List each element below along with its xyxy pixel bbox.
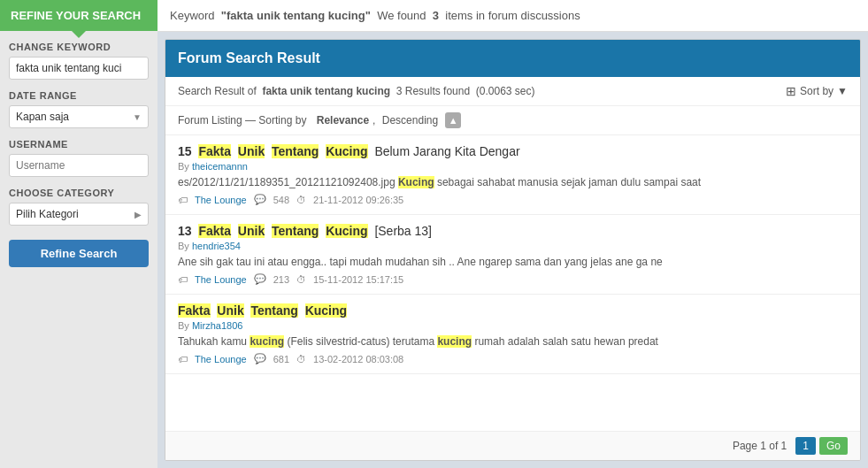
username-label: USERNAME (9, 139, 149, 150)
date-range-label: DATE RANGE (9, 90, 149, 101)
tag-icon-1: 🏷 (178, 195, 188, 205)
sidebar-header-label: REFINE YOUR SEARCH (11, 9, 141, 22)
author-link-2[interactable]: hendrie354 (192, 241, 241, 251)
results-container: Forum Search Result Search Result of fak… (165, 39, 861, 461)
comments-2: 213 (273, 274, 289, 285)
topbar-count: 3 (433, 9, 439, 22)
sort-bar-prefix: Forum Listing — Sorting by (178, 114, 306, 127)
result-by-1: By theicemannn (178, 161, 848, 172)
topbar-keyword: fakta unik tentang kucing (227, 9, 365, 22)
result-number-2: 13 (178, 224, 192, 238)
pagination: Page 1 of 1 1 Go (165, 431, 860, 460)
comment-icon-1: 💬 (254, 194, 266, 205)
result-title-3: Fakta Unik Tentang Kucing (178, 303, 848, 318)
result-number-1: 15 (178, 144, 192, 158)
result-meta-3: 🏷 The Lounge 💬 681 ⏱ 13-02-2012 08:03:08 (178, 353, 848, 364)
author-link-3[interactable]: Mirzha1806 (192, 320, 242, 331)
results-meta: Search Result of fakta unik tentang kuci… (165, 77, 860, 106)
results-header: Forum Search Result (165, 40, 860, 77)
keyword-input[interactable] (9, 57, 149, 80)
page-1-button[interactable]: 1 (795, 437, 816, 455)
date-range-value: Kapan saja (16, 111, 69, 123)
result-by-3: By Mirzha1806 (178, 320, 848, 331)
sidebar-header: REFINE YOUR SEARCH (0, 0, 157, 31)
category-link-1[interactable]: The Lounge (195, 195, 247, 205)
result-snippet-1: es/2012/11/21/1189351_20121121092408.jpg… (178, 176, 848, 188)
sort-relevance: Relevance (317, 114, 369, 127)
author-link-1[interactable]: theicemannn (192, 161, 248, 172)
date-1: 21-11-2012 09:26:35 (313, 195, 403, 205)
result-item-1: 15 Fakta Unik Tentang Kucing Belum Jaran… (165, 135, 860, 215)
chevron-right-icon: ▶ (134, 210, 142, 219)
comment-icon-2: 💬 (254, 273, 266, 285)
category-link-2[interactable]: The Lounge (195, 274, 247, 285)
results-meta-text: Search Result of fakta unik tentang kuci… (178, 85, 535, 97)
category-label: CHOOSE CATEGORY (9, 188, 149, 198)
date-2: 15-11-2012 15:17:15 (313, 274, 403, 285)
result-by-2: By hendrie354 (178, 241, 848, 251)
sort-icon: ⊞ (786, 84, 796, 98)
topbar-prefix: Keyword (170, 9, 215, 22)
result-snippet-3: Tahukah kamu kucing (Felis silvestrid-ca… (178, 335, 848, 348)
clock-icon-1: ⏱ (296, 195, 306, 205)
result-title-1: 15 Fakta Unik Tentang Kucing Belum Jaran… (178, 144, 848, 158)
clock-icon-3: ⏱ (296, 354, 306, 364)
date-3: 13-02-2012 08:03:08 (313, 354, 403, 364)
date-range-select[interactable]: Kapan saja ▼ (9, 105, 149, 128)
change-keyword-label: CHANGE KEYWORD (9, 42, 149, 52)
comment-icon-3: 💬 (254, 353, 266, 364)
sort-direction: Descending (382, 114, 438, 127)
sidebar-content: CHANGE KEYWORD DATE RANGE Kapan saja ▼ U… (0, 31, 157, 278)
main-content: Keyword "fakta unik tentang kucing" We f… (157, 0, 868, 468)
collapse-button[interactable]: ▲ (445, 112, 461, 128)
category-link-3[interactable]: The Lounge (195, 354, 247, 364)
topbar-suffix2: items in forum discussions (445, 9, 580, 22)
result-item-2: 13 Fakta Unik Tentang Kucing [Serba 13] … (165, 215, 860, 295)
topbar-suffix: We found (377, 9, 426, 22)
tag-icon-3: 🏷 (178, 354, 188, 364)
sidebar: REFINE YOUR SEARCH CHANGE KEYWORD DATE R… (0, 0, 157, 468)
comments-1: 548 (273, 195, 289, 205)
username-input[interactable] (9, 154, 149, 177)
top-bar: Keyword "fakta unik tentang kucing" We f… (157, 0, 868, 32)
sort-chevron-icon: ▼ (837, 85, 848, 97)
category-select[interactable]: Pilih Kategori ▶ (9, 203, 149, 226)
result-snippet-2: Ane sih gak tau ini atau engga.. tapi mu… (178, 256, 848, 268)
result-meta-2: 🏷 The Lounge 💬 213 ⏱ 15-11-2012 15:17:15 (178, 273, 848, 285)
result-meta-1: 🏷 The Lounge 💬 548 ⏱ 21-11-2012 09:26:35 (178, 194, 848, 205)
go-button[interactable]: Go (819, 437, 848, 455)
comments-3: 681 (273, 354, 289, 364)
result-title-2: 13 Fakta Unik Tentang Kucing [Serba 13] (178, 224, 848, 238)
category-value: Pilih Kategori (16, 208, 79, 220)
chevron-down-icon: ▼ (133, 112, 142, 122)
result-item-3: Fakta Unik Tentang Kucing By Mirzha1806 … (165, 295, 860, 374)
page-info: Page 1 of 1 (733, 440, 787, 452)
sort-label: Sort by (800, 85, 833, 97)
sort-button[interactable]: ⊞ Sort by ▼ (786, 84, 848, 98)
clock-icon-2: ⏱ (296, 274, 306, 285)
tag-icon-2: 🏷 (178, 274, 188, 285)
sort-bar: Forum Listing — Sorting by Relevance, De… (165, 106, 860, 135)
refine-search-button[interactable]: Refine Search (9, 240, 149, 267)
